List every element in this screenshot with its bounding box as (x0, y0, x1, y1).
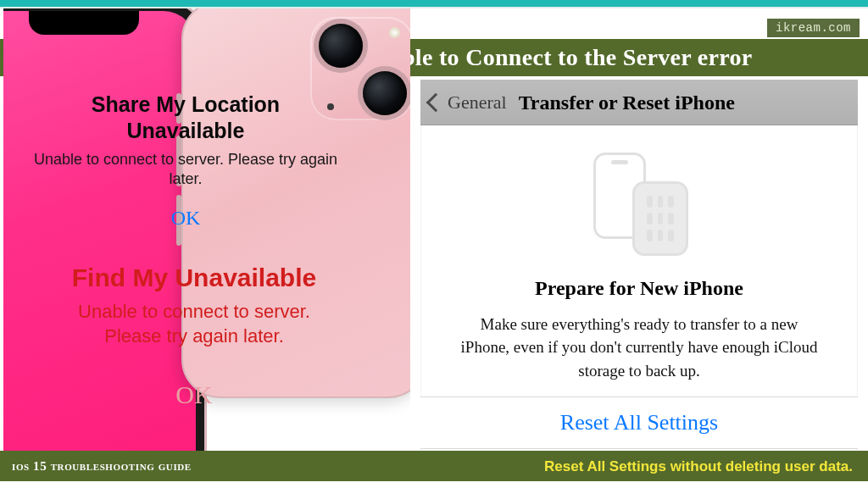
camera-flash-icon (389, 27, 400, 38)
top-accent-bar (0, 0, 868, 7)
alert-find-my-unavailable: Find My Unavailable Unable to connect to… (29, 263, 359, 408)
footer-right-label: Reset All Settings without deleting user… (544, 459, 853, 474)
two-phones-icon (588, 152, 690, 254)
camera-lens-icon (319, 24, 363, 68)
alert-heading: Share My Location Unavailable (29, 92, 342, 145)
footer-banner: ios 15 troubleshooting guide Reset All S… (0, 451, 868, 481)
alert-body: Unable to connect to server. Please try … (29, 150, 342, 190)
alert-share-my-location: Share My Location Unavailable Unable to … (29, 92, 342, 228)
settings-panel: General Transfer or Reset iPhone Prepare… (420, 80, 858, 466)
alert-heading-line: Share My Location (92, 92, 280, 116)
alert-ok-button[interactable]: OK (29, 208, 342, 228)
alert-body: Unable to connect to server. Please try … (29, 300, 359, 348)
watermark: ikream.com (767, 19, 860, 37)
alert-heading: Find My Unavailable (29, 263, 359, 293)
alert-ok-button[interactable]: OK (29, 382, 359, 408)
reset-all-settings-label: Reset All Settings (560, 412, 718, 434)
alert-body-line: Unable to connect to server. (78, 301, 310, 322)
nav-title: Transfer or Reset iPhone (519, 92, 735, 113)
camera-lens-icon (363, 71, 407, 115)
iphone-notch (29, 11, 139, 35)
settings-navbar: General Transfer or Reset iPhone (420, 80, 858, 125)
prepare-section: Prepare for New iPhone Make sure everyth… (420, 125, 858, 382)
footer-left-label: ios 15 troubleshooting guide (12, 460, 192, 473)
alert-heading-line: Unavailable (127, 119, 245, 142)
reset-all-settings-row[interactable]: Reset All Settings (420, 396, 858, 449)
phone-grid-icon (632, 181, 688, 256)
alert-body-line: Please try again later. (104, 325, 284, 347)
prepare-body: Make sure everything's ready to transfer… (454, 313, 824, 383)
left-illustration: Share My Location Unavailable Unable to … (3, 8, 410, 464)
thumbnail-stage: ikream.com Apple iPhone 13 How to Fix Fi… (0, 0, 868, 488)
prepare-heading: Prepare for New iPhone (454, 276, 824, 301)
chevron-left-icon[interactable] (426, 92, 446, 112)
nav-back-label[interactable]: General (448, 93, 507, 112)
